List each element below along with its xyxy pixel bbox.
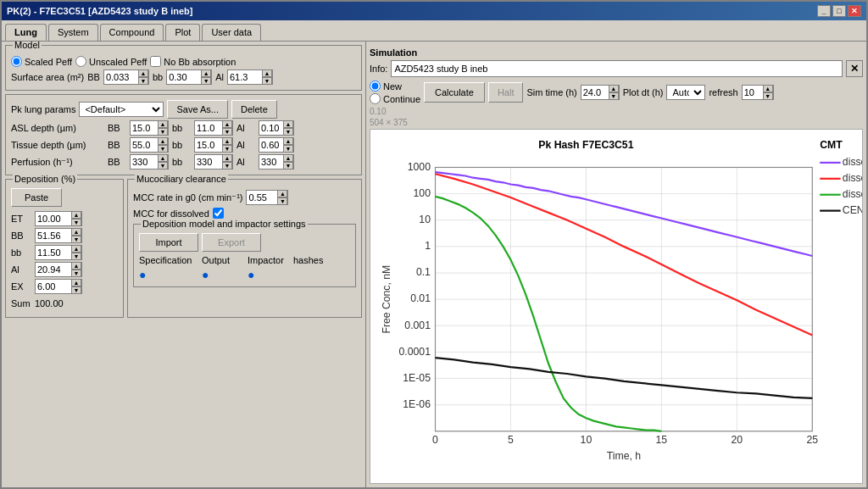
- sim-time-up[interactable]: ▲: [609, 85, 619, 92]
- asl-bb-spinbox[interactable]: ▲ ▼: [130, 120, 169, 136]
- asl-al-down[interactable]: ▼: [283, 128, 293, 136]
- al-dep-down[interactable]: ▼: [71, 270, 81, 277]
- mcc-rate-spinbox[interactable]: ▲ ▼: [246, 190, 288, 205]
- asl-bb2-input[interactable]: [195, 121, 222, 135]
- bb2-input[interactable]: [167, 70, 201, 84]
- sim-time-down[interactable]: ▼: [609, 92, 619, 100]
- tab-system[interactable]: System: [48, 24, 98, 41]
- calculate-button[interactable]: Calculate: [424, 82, 485, 103]
- perf-bb2-spinbox[interactable]: ▲ ▼: [194, 154, 233, 169]
- halt-button[interactable]: Halt: [488, 82, 524, 103]
- refresh-input[interactable]: [743, 86, 763, 99]
- sim-time-spinbox[interactable]: ▲ ▼: [581, 85, 620, 100]
- tissue-bb-up[interactable]: ▲: [158, 137, 168, 145]
- asl-al-spinbox[interactable]: ▲ ▼: [259, 120, 294, 136]
- et-input[interactable]: [36, 212, 71, 225]
- sim-time-input[interactable]: [581, 86, 609, 99]
- bb2-down[interactable]: ▼: [201, 77, 211, 85]
- asl-bb2-up[interactable]: ▲: [222, 120, 232, 128]
- perf-bb2-up[interactable]: ▲: [222, 154, 232, 162]
- ex-down[interactable]: ▼: [71, 286, 81, 294]
- info-close-button[interactable]: ✕: [846, 60, 863, 77]
- save-as-button[interactable]: Save As...: [167, 100, 228, 119]
- new-radio[interactable]: New: [370, 81, 420, 92]
- bb-down[interactable]: ▼: [138, 77, 148, 85]
- export-button[interactable]: Export: [202, 233, 261, 252]
- import-button[interactable]: Import: [139, 233, 198, 252]
- tissue-al-up[interactable]: ▲: [283, 137, 293, 145]
- close-button[interactable]: ✕: [848, 5, 861, 17]
- mcc-rate-up[interactable]: ▲: [277, 190, 287, 197]
- perf-al-input[interactable]: [259, 155, 283, 169]
- asl-bb2-spinbox[interactable]: ▲ ▼: [194, 120, 233, 136]
- tab-userdata[interactable]: User data: [202, 24, 261, 41]
- bb-dep-spinbox[interactable]: ▲ ▼: [35, 228, 82, 243]
- bb2-dep-input[interactable]: [36, 246, 71, 259]
- tab-plot[interactable]: Plot: [165, 24, 200, 41]
- continue-radio[interactable]: Continue: [370, 93, 420, 104]
- pk-params-dropdown[interactable]: <Default>: [79, 102, 164, 117]
- asl-bb-input[interactable]: [131, 121, 158, 135]
- tissue-al-down[interactable]: ▼: [283, 145, 293, 153]
- refresh-up[interactable]: ▲: [763, 85, 773, 92]
- ex-input[interactable]: [36, 280, 71, 293]
- al-spinbox[interactable]: ▲ ▼: [227, 69, 273, 85]
- paste-button[interactable]: Paste: [11, 188, 62, 207]
- perf-bb-input[interactable]: [131, 155, 158, 169]
- tissue-bb2-down[interactable]: ▼: [222, 145, 232, 153]
- ex-up[interactable]: ▲: [71, 279, 81, 286]
- tissue-bb-down[interactable]: ▼: [158, 145, 168, 153]
- al-dep-up[interactable]: ▲: [71, 262, 81, 270]
- tab-lung[interactable]: Lung: [5, 24, 47, 41]
- mcc-dissolved-checkbox[interactable]: [213, 208, 224, 219]
- tissue-bb-input[interactable]: [131, 138, 158, 152]
- tissue-bb-spinbox[interactable]: ▲ ▼: [130, 137, 169, 153]
- al-input[interactable]: [228, 70, 262, 84]
- maximize-button[interactable]: □: [832, 5, 846, 17]
- bb2-spinbox[interactable]: ▲ ▼: [166, 69, 212, 85]
- asl-bb-up[interactable]: ▲: [158, 120, 168, 128]
- refresh-down[interactable]: ▼: [763, 92, 773, 100]
- bb-dep-down[interactable]: ▼: [71, 236, 81, 243]
- bb2-dep-spinbox[interactable]: ▲ ▼: [35, 245, 82, 260]
- perf-al-spinbox[interactable]: ▲ ▼: [259, 154, 294, 169]
- tissue-bb2-spinbox[interactable]: ▲ ▼: [194, 137, 233, 153]
- mcc-rate-down[interactable]: ▼: [277, 197, 287, 205]
- bb2-dep-down[interactable]: ▼: [71, 253, 81, 260]
- delete-button[interactable]: Delete: [231, 100, 277, 119]
- unscaled-peff-radio[interactable]: Unscaled Peff: [75, 56, 147, 67]
- minimize-button[interactable]: _: [817, 5, 831, 17]
- ex-spinbox[interactable]: ▲ ▼: [35, 279, 82, 294]
- et-down[interactable]: ▼: [71, 219, 81, 226]
- mcc-rate-input[interactable]: [247, 191, 277, 204]
- perf-bb-spinbox[interactable]: ▲ ▼: [130, 154, 169, 169]
- plot-dt-select[interactable]: Auto: [666, 85, 705, 100]
- bb-spinbox[interactable]: ▲ ▼: [103, 69, 149, 85]
- perf-bb2-input[interactable]: [195, 155, 222, 169]
- perf-al-down[interactable]: ▼: [283, 162, 293, 169]
- tissue-al-input[interactable]: [259, 138, 283, 152]
- al-down[interactable]: ▼: [262, 77, 272, 85]
- al-up[interactable]: ▲: [262, 69, 272, 77]
- scaled-peff-radio[interactable]: Scaled Peff: [11, 56, 72, 67]
- asl-bb2-down[interactable]: ▼: [222, 128, 232, 136]
- bb-dep-up[interactable]: ▲: [71, 228, 81, 236]
- asl-al-up[interactable]: ▲: [283, 120, 293, 128]
- asl-bb-down[interactable]: ▼: [158, 128, 168, 136]
- perf-bb-up[interactable]: ▲: [158, 154, 168, 162]
- bb2-up[interactable]: ▲: [201, 69, 211, 77]
- tissue-al-spinbox[interactable]: ▲ ▼: [259, 137, 294, 153]
- bb-dep-input[interactable]: [36, 229, 71, 242]
- tab-compound[interactable]: Compound: [100, 24, 164, 41]
- no-bb-radio[interactable]: No Bb absorption: [150, 56, 236, 67]
- bb2-dep-up[interactable]: ▲: [71, 245, 81, 253]
- et-up[interactable]: ▲: [71, 211, 81, 219]
- info-input[interactable]: [391, 60, 843, 77]
- tissue-bb2-input[interactable]: [195, 138, 222, 152]
- bb-input[interactable]: [104, 70, 138, 84]
- al-dep-spinbox[interactable]: ▲ ▼: [35, 262, 82, 277]
- perf-al-up[interactable]: ▲: [283, 154, 293, 162]
- et-spinbox[interactable]: ▲ ▼: [35, 211, 82, 226]
- al-dep-input[interactable]: [36, 263, 71, 276]
- perf-bb-down[interactable]: ▼: [158, 162, 168, 169]
